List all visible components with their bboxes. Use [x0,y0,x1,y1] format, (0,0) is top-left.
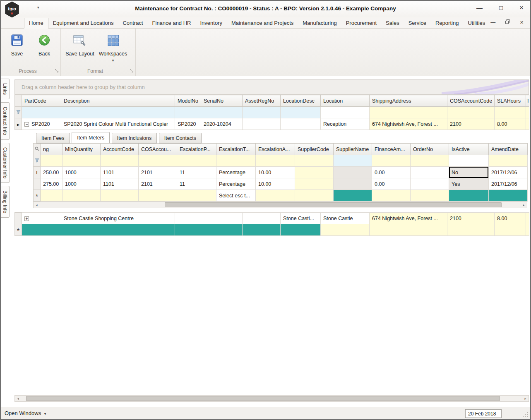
mdi-close-icon[interactable]: × [520,19,524,26]
workspaces-caret-icon[interactable]: ▾ [112,58,114,62]
detail-scroll-track[interactable] [40,202,521,208]
dfilter-reading[interactable] [41,155,62,167]
dfilter-escalationp[interactable] [177,155,216,167]
tab-maintenance-and-projects[interactable]: Maintenance and Projects [227,18,298,28]
save-layout-button[interactable]: Save Layout [64,32,96,57]
scroll-left-icon[interactable]: ◂ [34,202,40,208]
side-tab-links[interactable]: Links [1,79,10,99]
drow1-accountcode[interactable]: 1101 [101,167,139,178]
filter-slahours[interactable] [495,107,526,118]
col-shippingaddress[interactable]: ShippingAddress [370,95,447,107]
dfilter-escalationt[interactable] [216,155,256,167]
filter-t[interactable] [526,107,529,118]
dnew-minquantity[interactable] [62,190,101,202]
filter-location[interactable] [321,107,370,118]
dnew-amenddate-mandatory[interactable] [489,190,528,202]
maximize-icon[interactable]: □ [499,4,503,12]
side-tab-billing-info[interactable]: Billing Info [1,186,10,218]
drow1-financeam[interactable]: 0.00 [372,167,411,178]
filter-partcode[interactable] [22,107,61,118]
dnew-escalationa[interactable] [256,190,295,202]
side-tab-contract-info[interactable]: Contract Info [1,102,10,140]
drow1-minquantity[interactable]: 1000 [62,167,101,178]
dfilter-suppliercode[interactable] [295,155,334,167]
scroll-left-icon[interactable]: ◂ [15,396,21,401]
col-modelno[interactable]: ModelNo [175,95,201,107]
tab-item-inclusions[interactable]: Item Inclusions [112,133,157,144]
drow2-minquantity[interactable]: 1000 [62,178,101,190]
dcol-escalationp[interactable]: EscalationP... [177,144,216,155]
drow1-amenddate[interactable]: 2017/12/06 [489,167,528,178]
dcol-escalationa[interactable]: EscalationA... [256,144,295,155]
col-locationdesc[interactable]: LocationDesc [281,95,321,107]
dnew-suppliername-mandatory[interactable] [334,190,372,202]
close-icon[interactable]: × [519,4,524,12]
master-row-sp2020[interactable]: ▶ −SP2020 SP2020 Sprint Colour Multi Fun… [15,118,529,130]
tab-contract[interactable]: Contract [118,18,147,28]
dnew-financeam[interactable] [372,190,411,202]
new-modelno-mandatory[interactable] [175,224,201,236]
drow2-isactive[interactable]: Yes [449,178,489,190]
dcol-accountcode[interactable]: AccountCode [101,144,139,155]
row1-t-cell[interactable] [526,118,529,130]
drow1-escalationa[interactable]: 10.00 [256,167,295,178]
drow1-indicator[interactable]: I [34,167,41,178]
filter-cosaccountcode[interactable] [447,107,495,118]
row2-modelno-cell[interactable] [175,213,201,224]
drow1-suppliercode[interactable] [295,167,334,178]
new-slahours-cell[interactable] [495,224,526,236]
drow1-escalationt[interactable]: Percentage [216,167,256,178]
dnew-accountcode[interactable] [101,190,139,202]
dcol-orderno[interactable]: OrderNo [411,144,449,155]
row2-locationdesc-cell[interactable]: Stone Castl... [281,213,321,224]
new-t-cell[interactable] [526,224,529,236]
dfilter-escalationa[interactable] [256,155,295,167]
newrow-indicator[interactable]: * [15,224,22,236]
detail-new-row[interactable]: * Select esc t... [34,190,528,202]
new-cosaccountcode-cell[interactable] [447,224,495,236]
row2-slahours-cell[interactable]: 8.00 [495,213,526,224]
new-partcode-mandatory[interactable] [22,224,61,236]
filter-locationdesc[interactable] [281,107,321,118]
back-button[interactable]: Back [31,32,57,57]
row2-serialno-cell[interactable] [201,213,243,224]
tab-reporting[interactable]: Reporting [431,18,463,28]
drow2-accountcode[interactable]: 1101 [101,178,139,190]
filter-serialno[interactable] [201,107,243,118]
dfilter-minquantity[interactable] [62,155,101,167]
master-new-row[interactable]: * [15,224,529,236]
row1-locationdesc-cell[interactable] [281,118,321,130]
save-button[interactable]: Save [4,32,30,57]
row1-slahours-cell[interactable]: 8.00 [495,118,526,130]
row1-description-cell[interactable]: SP2020 Sprint Colour Multi Functional Co… [61,118,175,130]
workspaces-button[interactable]: Workspaces ▾ [97,32,129,62]
row1-serialno-cell[interactable]: 2020-10204 [201,118,243,130]
minimize-icon[interactable]: — [476,4,483,12]
dnew-isactive-mandatory[interactable] [449,190,489,202]
drow1-isactive-selected-cell[interactable]: No [449,167,489,178]
scroll-right-icon[interactable]: ▸ [521,202,527,208]
dcol-escalationt[interactable]: EscalationT... [216,144,256,155]
scroll-right-icon[interactable]: ▸ [522,396,529,401]
drow1-suppliername[interactable] [334,167,372,178]
tab-utilities[interactable]: Utilities [463,18,490,28]
dnew-orderno[interactable] [411,190,449,202]
row1-shippingaddress-cell[interactable]: 674 Nightwish Ave, Forest ... [370,118,447,130]
new-serialno-mandatory[interactable] [201,224,243,236]
tab-finance-and-hr[interactable]: Finance and HR [148,18,196,28]
new-assetregno-mandatory[interactable] [243,224,281,236]
new-location-cell[interactable] [321,224,370,236]
detail-horizontal-scrollbar[interactable]: ◂ ▸ [33,202,527,208]
row1-modelno-cell[interactable]: SP2020 [175,118,201,130]
drow2-indicator[interactable] [34,178,41,190]
dnew-cosaccount[interactable] [139,190,177,202]
dfilter-amenddate[interactable] [489,155,528,167]
tab-home[interactable]: Home [24,18,48,29]
new-shippingaddress-cell[interactable] [370,224,447,236]
detail-row-2[interactable]: 275.00 1000 1101 2101 11 Percentage 10.0… [34,178,528,190]
col-location[interactable]: Location [321,95,370,107]
drow2-suppliercode[interactable] [295,178,334,190]
mdi-minimize-icon[interactable]: — [490,19,495,25]
dcol-suppliercode[interactable]: SupplierCode [295,144,334,155]
col-serialno[interactable]: SerialNo [201,95,243,107]
